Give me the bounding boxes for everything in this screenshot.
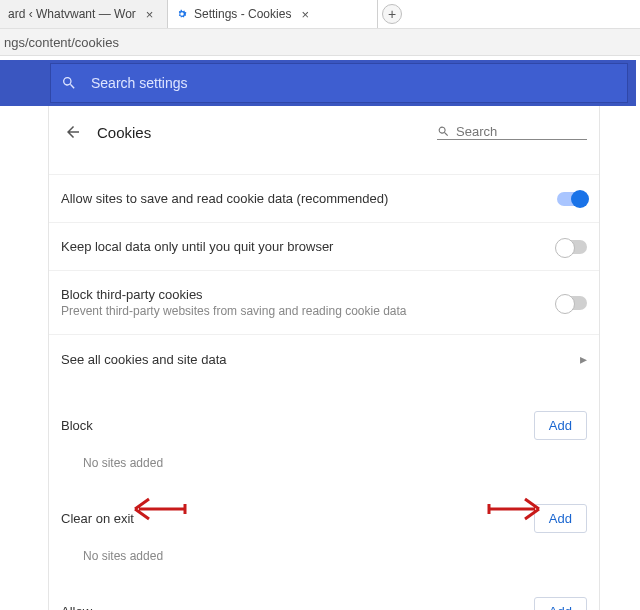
add-allow-button[interactable]: Add <box>534 597 587 610</box>
settings-search-placeholder: Search settings <box>91 75 188 91</box>
gear-icon <box>176 8 188 20</box>
section-allow: Allow Add <box>49 583 599 610</box>
section-title: Block <box>61 418 93 433</box>
row-allow-cookies: Allow sites to save and read cookie data… <box>49 174 599 222</box>
toggle-allow-cookies[interactable] <box>557 192 587 206</box>
add-clear-on-exit-button[interactable]: Add <box>534 504 587 533</box>
new-tab: + <box>378 0 406 28</box>
plus-icon: + <box>388 6 396 22</box>
settings-search-input[interactable]: Search settings <box>50 63 628 103</box>
tab-whatvwant[interactable]: ard ‹ Whatvwant — Wor × <box>0 0 168 28</box>
tab-strip: ard ‹ Whatvwant — Wor × Settings - Cooki… <box>0 0 640 28</box>
tab-label: ard ‹ Whatvwant — Wor <box>8 7 136 21</box>
settings-header: Search settings <box>0 56 640 106</box>
clear-empty: No sites added <box>49 539 599 569</box>
section-title: Clear on exit <box>61 511 134 526</box>
section-block: Block Add <box>49 397 599 446</box>
panel-header: Cookies Search <box>49 106 599 156</box>
toggle-block-third-party[interactable] <box>557 296 587 310</box>
row-sublabel: Prevent third-party websites from saving… <box>61 304 557 318</box>
cookies-panel: Cookies Search Allow sites to save and r… <box>48 106 600 610</box>
search-placeholder: Search <box>456 124 497 139</box>
search-icon <box>437 125 450 138</box>
chevron-right-icon: ▸ <box>580 351 587 367</box>
add-block-button[interactable]: Add <box>534 411 587 440</box>
in-page-search[interactable]: Search <box>437 124 587 140</box>
block-empty: No sites added <box>49 446 599 476</box>
annotation-arrow-right <box>487 496 541 522</box>
address-bar[interactable]: ngs/content/cookies <box>0 28 640 56</box>
row-label: Allow sites to save and read cookie data… <box>61 191 557 206</box>
row-label: Block third-party cookies <box>61 287 557 302</box>
url-text: ngs/content/cookies <box>4 35 119 50</box>
annotation-arrow-left <box>133 496 187 522</box>
row-label: See all cookies and site data <box>61 352 580 367</box>
tab-label: Settings - Cookies <box>194 7 291 21</box>
section-title: Allow <box>61 604 92 610</box>
page-title: Cookies <box>97 124 437 141</box>
close-icon[interactable]: × <box>301 7 309 22</box>
row-see-all-cookies[interactable]: See all cookies and site data ▸ <box>49 334 599 383</box>
tab-settings-cookies[interactable]: Settings - Cookies × <box>168 0 378 28</box>
back-button[interactable] <box>61 120 85 144</box>
settings-search-band: Search settings <box>0 60 636 106</box>
row-keep-local-until-quit: Keep local data only until you quit your… <box>49 222 599 270</box>
toggle-keep-local-until-quit[interactable] <box>557 240 587 254</box>
section-clear-on-exit: Clear on exit Add <box>49 490 599 539</box>
row-block-third-party: Block third-party cookies Prevent third-… <box>49 270 599 334</box>
new-tab-button[interactable]: + <box>382 4 402 24</box>
close-icon[interactable]: × <box>146 7 154 22</box>
search-icon <box>61 75 77 91</box>
row-label: Keep local data only until you quit your… <box>61 239 557 254</box>
